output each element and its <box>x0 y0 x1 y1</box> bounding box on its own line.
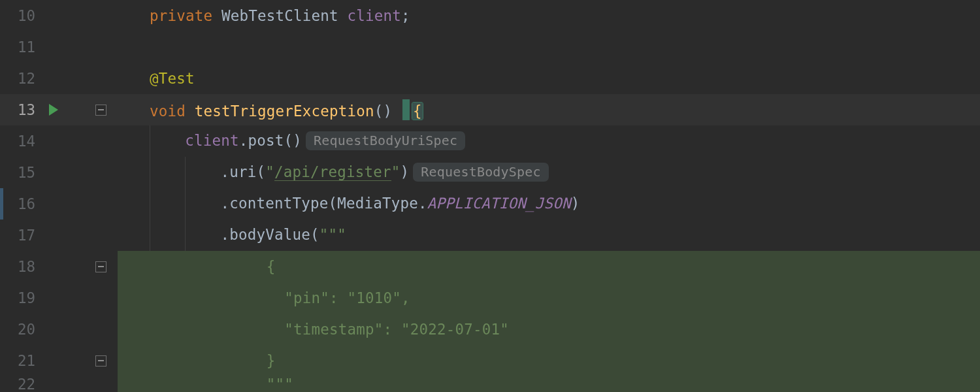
method-call: contentType <box>229 195 328 212</box>
line-number: 21 <box>0 352 42 369</box>
code-content[interactable]: client.post()RequestBodyUriSpec <box>112 125 980 157</box>
code-content[interactable]: void testTriggerException() { <box>112 99 980 120</box>
code-line[interactable]: 14 client.post()RequestBodyUriSpec <box>0 125 980 157</box>
annotation: @Test <box>150 70 195 87</box>
line-number: 20 <box>0 321 42 338</box>
code-line[interactable]: 16 .contentType(MediaType.APPLICATION_JS… <box>0 188 980 220</box>
string-literal: """ <box>319 226 346 243</box>
collapse-icon <box>95 355 106 367</box>
code-content[interactable]: .uri("/api/register")RequestBodySpec <box>112 157 980 188</box>
static-field: APPLICATION_JSON <box>427 195 571 212</box>
fold-toggle[interactable] <box>89 105 112 116</box>
type-ref: WebTestClient <box>221 7 338 24</box>
code-line[interactable]: 20 "timestamp": "2022-07-01" <box>0 314 980 345</box>
code-content[interactable]: "timestamp": "2022-07-01" <box>112 321 980 338</box>
string-literal: """ <box>267 376 293 392</box>
keyword: void <box>150 103 186 120</box>
vcs-marker <box>0 188 3 220</box>
brace: { <box>412 103 423 120</box>
string-literal: } <box>267 352 276 369</box>
code-content[interactable]: } <box>112 352 980 369</box>
field-ref: client <box>185 132 238 149</box>
line-number: 18 <box>0 258 42 275</box>
inlay-hint: RequestBodyUriSpec <box>306 131 465 150</box>
string-url: /api/register <box>274 163 391 181</box>
code-content[interactable]: @Test <box>112 70 980 87</box>
fold-toggle[interactable] <box>89 355 112 367</box>
line-number: 13 <box>0 101 42 118</box>
code-line[interactable]: 19 "pin": "1010", <box>0 282 980 314</box>
fold-toggle[interactable] <box>89 261 112 272</box>
json-value: "1010" <box>347 289 400 306</box>
play-icon <box>49 104 58 116</box>
code-line[interactable]: 22 """ <box>0 376 980 392</box>
line-number: 19 <box>0 289 42 306</box>
line-number: 15 <box>0 164 42 181</box>
json-key: "pin" <box>284 289 329 306</box>
code-line[interactable]: 17 .bodyValue(""" <box>0 220 980 251</box>
method-call: bodyValue <box>229 226 310 243</box>
code-line[interactable]: 10 private WebTestClient client; <box>0 0 980 31</box>
line-number: 11 <box>0 39 42 56</box>
field-name: client <box>347 7 400 24</box>
code-content[interactable]: """ <box>112 376 980 392</box>
code-line[interactable]: 12 @Test <box>0 63 980 94</box>
collapse-icon <box>95 261 106 272</box>
line-number: 12 <box>0 70 42 87</box>
run-test-button[interactable] <box>42 104 65 116</box>
method-call: post <box>248 132 284 149</box>
code-editor[interactable]: 10 private WebTestClient client; 11 12 @… <box>0 0 980 392</box>
inlay-hint: RequestBodySpec <box>413 163 549 182</box>
code-line[interactable]: 21 } <box>0 345 980 376</box>
code-content[interactable]: .bodyValue(""" <box>112 220 980 251</box>
json-key: "timestamp" <box>284 321 383 338</box>
type-ref: MediaType <box>337 195 418 212</box>
line-number: 22 <box>0 376 42 392</box>
code-content[interactable]: { <box>112 258 980 275</box>
collapse-icon <box>95 105 106 116</box>
code-content[interactable]: .contentType(MediaType.APPLICATION_JSON) <box>112 188 980 220</box>
string-literal: { <box>267 258 276 275</box>
method-name: testTriggerException <box>195 103 374 120</box>
code-line-current[interactable]: 13 void testTriggerException() { <box>0 94 980 125</box>
code-line[interactable]: 15 .uri("/api/register")RequestBodySpec <box>0 157 980 188</box>
line-number: 10 <box>0 7 42 24</box>
code-line[interactable]: 18 { <box>0 251 980 282</box>
code-line[interactable]: 11 <box>0 31 980 63</box>
line-number: 17 <box>0 227 42 244</box>
code-content[interactable]: "pin": "1010", <box>112 289 980 306</box>
json-value: "2022-07-01" <box>401 321 509 338</box>
line-number: 16 <box>0 195 42 212</box>
semicolon: ; <box>401 7 410 24</box>
method-call: uri <box>229 163 256 180</box>
caret <box>402 99 410 120</box>
line-number: 14 <box>0 133 42 150</box>
keyword: private <box>150 7 212 24</box>
code-content[interactable]: private WebTestClient client; <box>112 7 980 24</box>
